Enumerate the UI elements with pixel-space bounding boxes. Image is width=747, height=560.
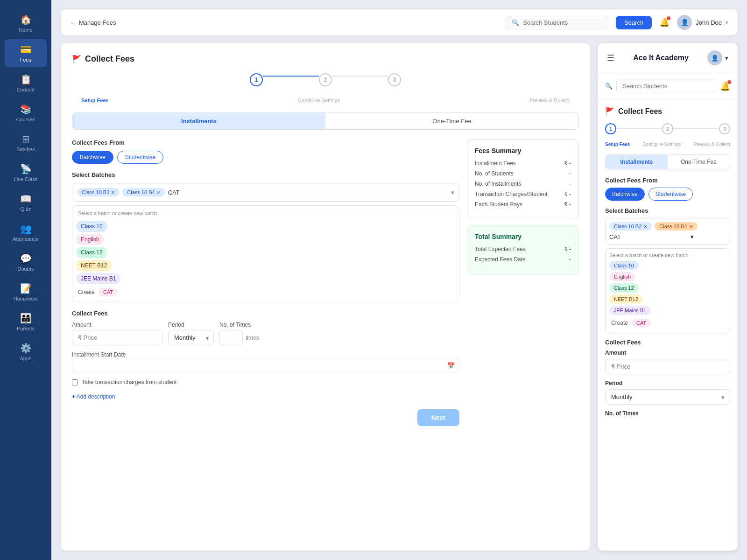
two-col-layout: Collect Fees From Batchwise Studentwise … [72,139,579,426]
sidebar-item-attendance[interactable]: 👥 Attendance [5,218,47,246]
times-unit: times [246,331,259,345]
dropdown-item-english[interactable]: English [76,234,104,245]
panel-amount-input[interactable] [605,359,730,374]
transaction-checkbox-row: Take transaction charges from student [72,379,459,385]
batch-tag-class10b2: Class 10 B2 ✕ [77,188,120,196]
sidebar-item-homework[interactable]: 📝 Homework [5,278,47,306]
step-circle-3: 3 [388,73,401,86]
main-card: 🚩 Collect Fees 1 2 [61,43,590,551]
panel-step-lbl-2: Configure Settings [642,142,681,147]
batch-select-box[interactable]: Class 10 B2 ✕ Class 10 B4 ✕ ▾ [72,183,459,202]
dropdown-item-jee[interactable]: JEE Mains B1 [76,273,120,284]
step-label-3: Preview & Collect [529,98,570,103]
courses-icon: 📚 [20,104,32,115]
panel-remove-batch-0[interactable]: ✕ [643,224,647,229]
menu-icon[interactable]: ☰ [607,53,614,63]
notification-dot [667,16,670,20]
sidebar-item-apps[interactable]: ⚙️ Apps [5,338,47,366]
remove-batch-1[interactable]: ✕ [157,190,161,195]
sidebar-item-doubts[interactable]: 💬 Doubts [5,248,47,276]
search-input[interactable] [523,19,602,26]
transaction-label: Take transaction charges from student [82,379,176,385]
summary-row-2: No. of Installments - [475,181,571,187]
panel-tab-one-time[interactable]: One-Time Fee [668,155,730,169]
dropdown-item-neet[interactable]: NEET B12 [76,260,112,271]
panel-tab-installments[interactable]: Installments [606,155,668,169]
sidebar-item-fees[interactable]: 💳 Fees [5,39,47,67]
sidebar-item-quiz[interactable]: 📖 Quiz [5,189,47,217]
home-icon: 🏠 [20,14,32,25]
calendar-icon[interactable]: 📅 [447,362,455,369]
panel-batch-tag-1: Class 10 B4 ✕ [655,222,697,231]
sidebar-item-parents[interactable]: 👨‍👩‍👧 Parents [5,308,47,336]
panel-collect-fees-label: Collect Fees [605,339,730,346]
total-row-0: Total Expected Fees ₹ - [475,246,571,252]
panel-dropdown-icon: ▾ [691,233,694,240]
sidebar-item-content[interactable]: 📋 Content [5,69,47,97]
sidebar-item-batches[interactable]: ⊞ Batches [5,129,47,157]
sidebar-item-live-class[interactable]: 📡 Live Class [5,159,47,187]
amount-input[interactable] [72,330,162,345]
next-button[interactable]: Next [417,409,459,426]
panel-bell[interactable]: 🔔 [720,81,730,91]
user-menu[interactable]: 👤 John Doe ▾ [677,15,728,30]
panel-search-input[interactable] [616,79,716,93]
panel-batchwise-button[interactable]: Batchwise [605,188,645,201]
period-group: Period Monthly Weekly Quarterly Yearly [168,322,214,345]
notification-bell[interactable]: 🔔 [659,17,669,28]
collect-from-buttons: Batchwise Studentwise [72,151,459,164]
date-input-wrapper: 01 - 06 - 2022 📅 [72,358,459,373]
sidebar-item-courses[interactable]: 📚 Courses [5,99,47,127]
tab-installments[interactable]: Installments [72,113,325,129]
panel-period-select[interactable]: Monthly Weekly Quarterly Yearly [605,389,730,405]
search-button[interactable]: Search [616,16,652,29]
panel-create-tag[interactable]: CAT [632,319,651,327]
chevron-down-icon: ▾ [726,20,728,26]
create-tag[interactable]: CAT [99,288,118,296]
fee-type-tabs: Installments One-Time Fee [72,112,579,130]
step-circle-2: 2 [319,73,332,86]
start-date-group: Installment Start Date 01 - 06 - 2022 📅 [72,351,459,373]
panel-dropdown-class12[interactable]: Class 12 [609,283,639,293]
panel-dropdown-hint: Select a batch or create new batch [609,252,726,258]
batch-dropdown: Select a batch or create new batch Class… [72,205,459,302]
panel-batch-dropdown: Select a batch or create new batch Class… [605,248,730,333]
panel-batch-input[interactable] [609,233,688,240]
panel-remove-batch-1[interactable]: ✕ [689,224,693,229]
date-input[interactable]: 01 - 06 - 2022 [72,358,459,373]
live-class-icon: 📡 [20,163,32,175]
panel-stepper: 1 2 3 [605,123,730,134]
period-select[interactable]: Monthly Weekly Quarterly Yearly [168,330,214,345]
period-label: Period [168,322,214,328]
sidebar-item-home[interactable]: 🏠 Home [5,9,47,37]
studentwise-button[interactable]: Studentwise [117,151,163,164]
step-2: 2 [319,73,332,86]
panel-bell-dot [727,80,731,84]
panel-dropdown-neet[interactable]: NEET B12 [609,294,643,304]
back-button[interactable]: ← Manage Fees [70,19,116,26]
panel-batch-box[interactable]: Class 10 B2 ✕ Class 10 B4 ✕ ▾ [605,218,730,245]
batch-search-input[interactable] [168,189,247,196]
panel-studentwise-button[interactable]: Studentwise [648,188,693,201]
batchwise-button[interactable]: Batchwise [72,151,113,164]
start-date-label: Installment Start Date [72,351,126,358]
tab-one-time[interactable]: One-Time Fee [325,113,578,129]
dropdown-item-class10[interactable]: Class 10 [76,221,107,232]
add-description-link[interactable]: + Add description [72,393,115,400]
notimes-input[interactable]: 3 [219,330,243,345]
panel-create-row: Create CAT [609,317,726,329]
panel-user[interactable]: 👤 ▾ [707,50,728,65]
panel-dropdown-english[interactable]: English [609,272,635,281]
panel-step-line-2 [673,128,719,129]
panel-step-lbl-1: Setup Fees [605,142,630,147]
remove-batch-0[interactable]: ✕ [111,190,115,195]
parents-icon: 👨‍👩‍👧 [20,313,32,324]
panel-dropdown-class10[interactable]: Class 10 [609,261,639,270]
next-btn-row: Next [72,409,459,426]
panel-collect-from-buttons: Batchwise Studentwise [605,188,730,201]
panel-dropdown-jee[interactable]: JEE Mains B1 [609,306,651,315]
transaction-checkbox[interactable] [72,379,78,385]
dropdown-item-class12[interactable]: Class 12 [76,247,107,258]
panel-amount-label: Amount [605,350,730,356]
panel-collect-fees: Collect Fees Amount Period Monthly Weekl… [605,339,730,417]
